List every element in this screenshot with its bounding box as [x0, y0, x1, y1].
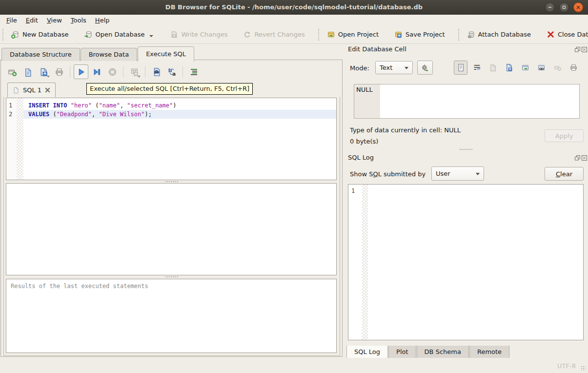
execute-all-button[interactable] [74, 64, 88, 79]
open-file-icon [23, 67, 33, 77]
save-file-dropdown-caret[interactable] [47, 76, 50, 78]
close-dock-button[interactable] [581, 155, 587, 161]
print-cell-button[interactable] [567, 61, 580, 75]
cell-value-editor[interactable]: NULL [354, 84, 580, 119]
toolbar-grip[interactable] [318, 29, 319, 41]
save-results-dropdown-caret[interactable] [138, 76, 141, 78]
menu-edit[interactable]: Edit [21, 16, 42, 25]
window-controls [545, 2, 583, 12]
fold-margin [17, 98, 23, 180]
tab-db-schema[interactable]: DB Schema [417, 346, 469, 359]
new-database-icon [11, 30, 20, 39]
titlebar[interactable]: DB Browser for SQLite - /home/user/code/… [0, 0, 588, 15]
log-fold-margin [362, 185, 368, 340]
close-dock-icon [582, 47, 587, 52]
open-database-dropdown-caret[interactable] [149, 35, 153, 37]
sql-code-editor[interactable]: 1 2 INSERT INTO "hero" ("name", "secret_… [6, 98, 337, 180]
float-dock-button[interactable] [574, 155, 580, 161]
line-number: 1 [9, 101, 17, 110]
toolbar-grip[interactable] [458, 29, 459, 41]
resize-grip[interactable] [581, 366, 586, 371]
sql-document-tab[interactable]: SQL 1 [7, 83, 56, 97]
minimize-button[interactable] [545, 2, 555, 12]
open-external-button[interactable] [518, 61, 532, 75]
sql-log-dock-title: SQL Log [348, 154, 374, 161]
tab-plot[interactable]: Plot [388, 346, 416, 359]
save-project-icon [394, 30, 403, 39]
menu-help[interactable]: Help [91, 16, 114, 25]
clear-log-button[interactable]: Clear [545, 167, 584, 181]
maximize-icon [562, 5, 567, 10]
open-project-button[interactable]: Open Project [323, 28, 383, 41]
text-mode-button[interactable] [454, 61, 467, 75]
float-icon [575, 47, 580, 52]
revert-changes-button[interactable]: Revert Changes [239, 28, 309, 41]
tab-remote[interactable]: Remote [469, 346, 509, 359]
status-bar: UTF-8 [0, 358, 588, 373]
open-project-icon [327, 30, 335, 39]
results-placeholder: Results of the last executed statements [11, 283, 148, 290]
print-sql-button[interactable] [52, 64, 66, 79]
gear-icon [421, 63, 429, 72]
close-button[interactable] [573, 2, 583, 12]
tab-browse-data[interactable]: Browse Data [81, 48, 138, 61]
sql-toolbar: b a [5, 64, 201, 80]
save-file-icon [39, 67, 48, 77]
close-dock-button[interactable] [581, 46, 587, 52]
open-database-button[interactable]: Open Database [80, 28, 158, 41]
replace-button[interactable]: b a [164, 64, 179, 79]
save-results-icon [130, 67, 139, 77]
new-database-button[interactable]: New Database [7, 28, 73, 41]
open-sql-tab-button[interactable] [5, 64, 20, 79]
main-toolbar: New Database Open Database Write Changes [0, 25, 588, 44]
log-line-number: 1 [351, 186, 359, 195]
revert-changes-icon [243, 30, 251, 39]
execute-line-button[interactable] [89, 64, 104, 79]
results-grid-pane[interactable] [6, 183, 337, 275]
export-cell-button[interactable] [502, 61, 516, 75]
sql-line-1: INSERT INTO "hero" ("name", "secret_name… [23, 101, 336, 110]
sql-log-view[interactable]: 1 [348, 184, 584, 340]
menu-tools[interactable]: Tools [66, 16, 91, 25]
link-cell-button[interactable] [534, 61, 548, 75]
write-changes-button[interactable]: Write Changes [165, 28, 232, 41]
new-tab-icon [8, 67, 17, 77]
save-project-button[interactable]: Save Project [390, 28, 449, 41]
mode-combobox[interactable]: Text [375, 61, 413, 74]
window-export-icon [521, 63, 529, 72]
menu-file[interactable]: File [2, 16, 21, 25]
log-filter-combobox[interactable]: User [431, 166, 484, 181]
tab-execute-sql[interactable]: Execute SQL [138, 46, 194, 62]
sql-line-2-current: VALUES ("Deadpond", "Dive Wilson"); [23, 110, 336, 119]
import-mode-button[interactable] [417, 61, 433, 75]
right-panel-splitter[interactable] [344, 148, 588, 151]
grid-results-splitter[interactable] [4, 275, 340, 278]
word-wrap-button[interactable] [470, 61, 484, 75]
sql-toolbar-separator [145, 66, 145, 77]
save-results-button[interactable] [127, 64, 142, 79]
tab-database-structure[interactable]: Database Structure [1, 48, 80, 61]
close-database-button[interactable]: Close Database [542, 28, 588, 41]
combo-arrow-icon [476, 173, 480, 175]
svg-text:a: a [172, 70, 176, 76]
find-button[interactable] [149, 64, 163, 79]
stop-button[interactable] [105, 64, 120, 79]
format-sql-button[interactable] [186, 64, 201, 79]
apply-button[interactable]: Apply [545, 129, 584, 142]
remove-cell-button[interactable] [550, 61, 564, 75]
menu-view[interactable]: View [42, 16, 66, 25]
attach-database-button[interactable]: Attach Database [463, 28, 535, 41]
find-icon [152, 67, 161, 77]
window-title: DB Browser for SQLite - /home/user/code/… [165, 3, 423, 11]
stop-icon [108, 67, 117, 77]
results-message-pane[interactable]: Results of the last executed statements [6, 279, 337, 353]
maximize-button[interactable] [559, 2, 569, 12]
save-sql-file-button[interactable] [36, 64, 51, 79]
import-cell-button[interactable] [486, 61, 500, 75]
float-dock-button[interactable] [574, 46, 580, 52]
encoding-indicator: UTF-8 [557, 362, 576, 370]
mode-label: Mode: [350, 64, 369, 72]
close-tab-icon[interactable] [45, 87, 50, 93]
open-sql-file-button[interactable] [20, 64, 35, 79]
toolbar-grip[interactable] [2, 29, 3, 41]
